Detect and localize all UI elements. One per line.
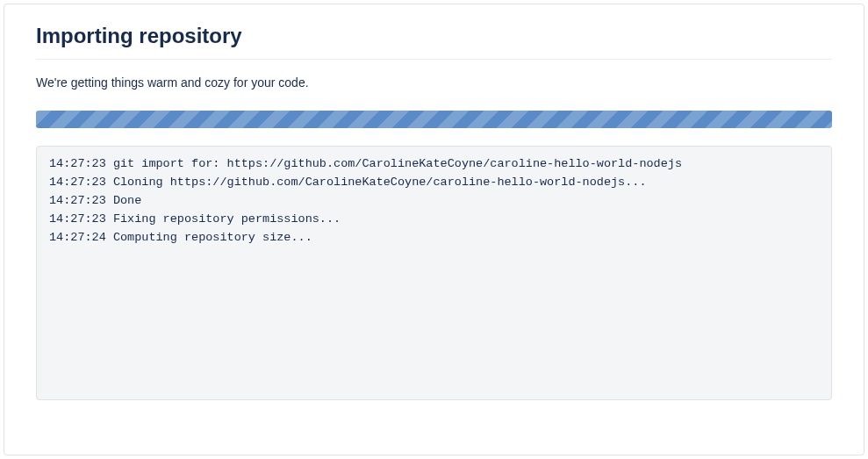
page-title: Importing repository: [36, 24, 832, 60]
progress-bar: [36, 111, 832, 128]
import-log[interactable]: 14:27:23 git import for: https://github.…: [36, 146, 832, 400]
import-card: Importing repository We're getting thing…: [4, 4, 864, 455]
page-subtitle: We're getting things warm and cozy for y…: [36, 75, 832, 90]
